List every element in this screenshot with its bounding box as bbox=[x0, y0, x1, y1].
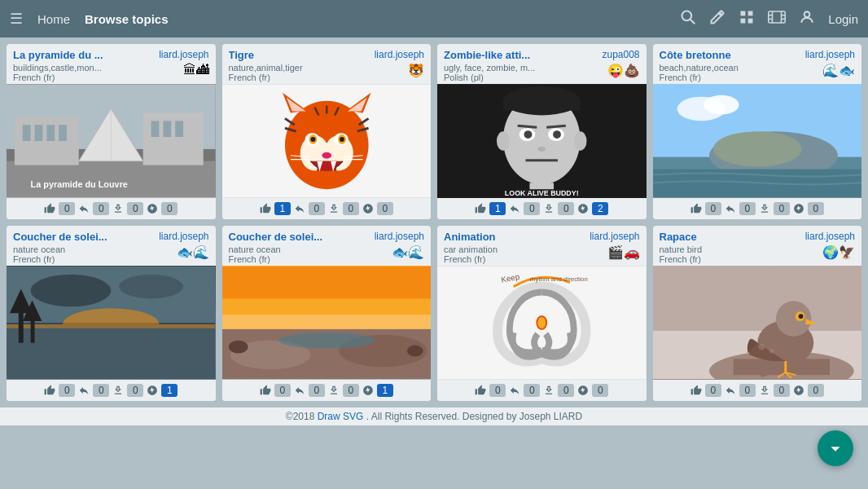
card-1: Tigre liard.joseph nature,animal,tiger F… bbox=[222, 44, 432, 219]
reply-button[interactable] bbox=[725, 203, 736, 214]
card-author[interactable]: liard.joseph bbox=[805, 231, 855, 242]
card-title[interactable]: Côte bretonne bbox=[660, 49, 731, 61]
card-image[interactable] bbox=[7, 266, 216, 380]
download-button[interactable] bbox=[759, 203, 770, 214]
extra-button[interactable] bbox=[577, 385, 589, 396]
card-title[interactable]: Zombie-like atti... bbox=[444, 49, 530, 61]
download-button[interactable] bbox=[328, 385, 340, 396]
fab-button[interactable] bbox=[818, 430, 853, 466]
card-image[interactable] bbox=[653, 84, 862, 198]
download-button[interactable] bbox=[543, 203, 555, 214]
card-title[interactable]: Animation bbox=[444, 231, 496, 243]
card-title[interactable]: La pyramide du ... bbox=[13, 49, 103, 61]
like-button[interactable] bbox=[260, 203, 271, 214]
extra-button[interactable] bbox=[362, 203, 374, 214]
card-header: Animation liard.joseph bbox=[437, 226, 647, 244]
card-tags: nature,animal,tiger bbox=[229, 63, 303, 73]
card-author[interactable]: zupa008 bbox=[602, 49, 639, 60]
download-button[interactable] bbox=[759, 385, 770, 396]
svg-rect-3 bbox=[748, 11, 753, 15]
card-type-icons: 🎬🚗 bbox=[607, 244, 640, 260]
svg-rect-62 bbox=[503, 99, 581, 111]
card-image[interactable] bbox=[222, 84, 432, 198]
footer-link[interactable]: Draw SVG bbox=[318, 411, 364, 422]
reply-button[interactable] bbox=[294, 385, 305, 396]
download-button[interactable] bbox=[328, 203, 340, 214]
card-author[interactable]: liard.joseph bbox=[805, 49, 855, 60]
nav-browse[interactable]: Browse topics bbox=[85, 12, 169, 26]
dl-count: 0 bbox=[343, 384, 359, 397]
card-tags: nature bird bbox=[660, 244, 703, 254]
like-button[interactable] bbox=[475, 203, 486, 214]
card-author[interactable]: liard.joseph bbox=[159, 49, 208, 60]
card-image[interactable]: LOOK ALIVE BUDDY! bbox=[437, 84, 647, 198]
reply-button[interactable] bbox=[725, 385, 736, 396]
svg-rect-4 bbox=[741, 18, 746, 23]
menu-icon[interactable]: ☰ bbox=[10, 10, 23, 28]
svg-point-65 bbox=[524, 130, 533, 139]
svg-rect-20 bbox=[35, 125, 43, 141]
reply-button[interactable] bbox=[294, 203, 305, 214]
card-title[interactable]: Coucher de solei... bbox=[13, 231, 107, 243]
card-title[interactable]: Tigre bbox=[229, 49, 255, 61]
like-button[interactable] bbox=[44, 203, 55, 214]
card-type-icons: 🌊🐟 bbox=[822, 63, 855, 78]
navbar-right: Login bbox=[680, 9, 858, 29]
card-image[interactable] bbox=[653, 266, 862, 380]
card-image[interactable]: Keep rhythm and direction bbox=[437, 266, 647, 380]
extra-button[interactable] bbox=[147, 385, 158, 396]
login-button[interactable]: Login bbox=[828, 12, 858, 26]
reply-button[interactable] bbox=[509, 203, 520, 214]
like-button[interactable] bbox=[690, 203, 702, 214]
svg-point-50 bbox=[340, 137, 344, 142]
extra-button[interactable] bbox=[362, 385, 374, 396]
reply-count: 0 bbox=[524, 384, 540, 397]
card-footer: 0 0 0 0 bbox=[7, 198, 216, 219]
card-tags: nature ocean bbox=[13, 244, 65, 254]
reply-button[interactable] bbox=[509, 385, 520, 396]
grid-icon[interactable] bbox=[739, 9, 755, 29]
card-author[interactable]: liard.joseph bbox=[375, 49, 424, 60]
like-count: 0 bbox=[59, 384, 75, 397]
svg-rect-28 bbox=[175, 121, 183, 137]
extra-button[interactable] bbox=[147, 203, 158, 214]
card-meta: car animation French (fr) 🎬🚗 bbox=[437, 244, 647, 266]
like-button[interactable] bbox=[475, 385, 486, 396]
edit-icon[interactable] bbox=[709, 9, 726, 29]
footer-copyright: ©2018 bbox=[286, 411, 318, 422]
download-button[interactable] bbox=[543, 385, 555, 396]
card-title[interactable]: Coucher de solei... bbox=[229, 231, 323, 243]
extra-button[interactable] bbox=[793, 203, 804, 214]
search-icon[interactable] bbox=[680, 9, 696, 29]
card-tags: nature ocean bbox=[229, 244, 281, 254]
extra-button[interactable] bbox=[577, 203, 589, 214]
svg-point-72 bbox=[574, 131, 587, 151]
film-icon[interactable] bbox=[768, 9, 786, 29]
like-button[interactable] bbox=[690, 385, 702, 396]
card-meta: nature,animal,tiger French (fr) 🐯 bbox=[222, 63, 432, 84]
nav-home[interactable]: Home bbox=[37, 12, 70, 26]
card-meta: nature ocean French (fr) 🐟🌊 bbox=[7, 244, 216, 266]
extra-button[interactable] bbox=[793, 385, 804, 396]
card-author[interactable]: liard.joseph bbox=[375, 231, 424, 242]
reply-button[interactable] bbox=[78, 385, 90, 396]
card-image[interactable]: La pyramide du Louvre bbox=[7, 84, 216, 198]
extra-count: 1 bbox=[161, 384, 178, 397]
card-image[interactable] bbox=[222, 266, 432, 380]
svg-point-102 bbox=[406, 346, 423, 357]
card-type-icons: 🐯 bbox=[408, 63, 424, 78]
card-title[interactable]: Rapace bbox=[660, 231, 697, 243]
card-author[interactable]: liard.joseph bbox=[159, 231, 208, 242]
download-button[interactable] bbox=[112, 385, 124, 396]
reply-button[interactable] bbox=[78, 203, 90, 214]
like-button[interactable] bbox=[260, 385, 271, 396]
user-icon[interactable] bbox=[799, 9, 815, 29]
svg-point-101 bbox=[228, 341, 248, 354]
card-author[interactable]: liard.joseph bbox=[590, 231, 639, 242]
like-button[interactable] bbox=[44, 385, 55, 396]
extra-count: 0 bbox=[592, 384, 608, 397]
svg-point-79 bbox=[704, 95, 739, 115]
download-button[interactable] bbox=[112, 203, 124, 214]
navbar: ☰ Home Browse topics Login bbox=[0, 0, 868, 37]
dl-count: 0 bbox=[127, 384, 143, 397]
